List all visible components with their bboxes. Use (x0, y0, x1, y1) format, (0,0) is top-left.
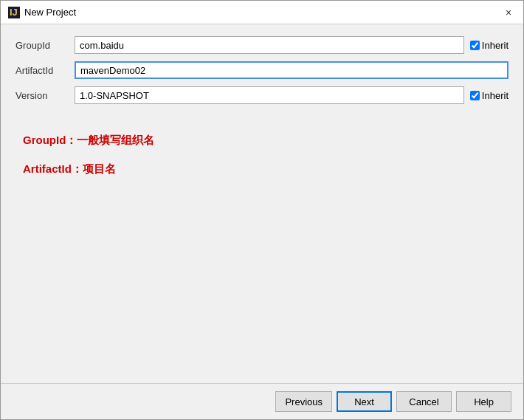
groupid-inherit-checkbox[interactable] (470, 41, 480, 50)
annotation-groupid: GroupId：一般填写组织名 (23, 134, 509, 148)
annotation-artifactid: ArtifactId：项目名 (23, 162, 509, 176)
button-bar: Previous Next Cancel Help (1, 383, 523, 419)
previous-button[interactable]: Previous (275, 391, 332, 412)
help-button[interactable]: Help (456, 391, 511, 412)
cancel-button[interactable]: Cancel (396, 391, 452, 412)
close-button[interactable]: × (501, 5, 516, 20)
app-icon: IJ (8, 7, 20, 18)
groupid-inherit-label: Inherit (482, 40, 509, 51)
groupid-row: GroupId Inherit (15, 36, 509, 54)
artifactid-row: ArtifactId (15, 61, 509, 79)
version-row: Version Inherit (15, 86, 509, 104)
version-input[interactable] (75, 86, 464, 104)
version-inherit-checkbox[interactable] (470, 91, 480, 100)
form-content: GroupId Inherit ArtifactId Version Inher… (1, 24, 523, 383)
artifactid-input[interactable] (75, 61, 509, 79)
version-label: Version (15, 90, 75, 101)
next-button[interactable]: Next (337, 391, 392, 412)
groupid-input[interactable] (75, 36, 464, 54)
artifactid-label: ArtifactId (15, 65, 75, 76)
new-project-window: IJ New Project × GroupId Inherit Artifac… (0, 0, 524, 420)
title-bar: IJ New Project × (1, 1, 523, 24)
annotations-section: GroupId：一般填写组织名 ArtifactId：项目名 (15, 134, 509, 191)
version-inherit-label: Inherit (482, 90, 509, 101)
svg-text:IJ: IJ (10, 7, 18, 18)
groupid-label: GroupId (15, 40, 75, 51)
window-title: New Project (24, 7, 76, 18)
